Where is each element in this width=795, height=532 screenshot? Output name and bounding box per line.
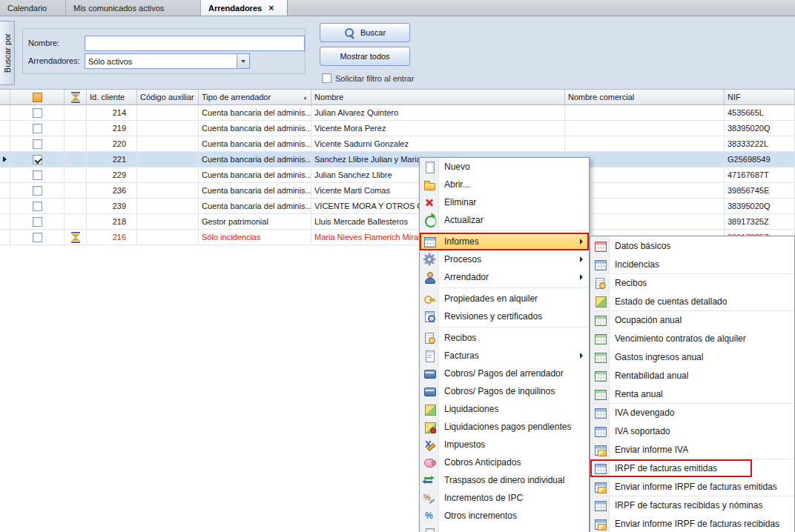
menu-item-abrir[interactable]: Abrir... (420, 176, 589, 193)
tab-arrendadores[interactable]: Arrendadores × (201, 0, 288, 16)
row-checkbox-cell[interactable] (10, 152, 65, 167)
table-row[interactable]: 236 Cuenta bancaria del adminis... Vicen… (0, 183, 795, 199)
checkbox-icon[interactable] (33, 170, 42, 180)
submenu-item-vencimiento-contratos[interactable]: Vencimiento contratos de alquiler (590, 329, 794, 348)
checkbox-icon[interactable] (33, 186, 42, 196)
header-tipo-arrendador[interactable]: Tipo de arrendador ▲ (199, 90, 311, 105)
refresh-icon (423, 214, 435, 226)
menu-item-liquidaciones-pendientes[interactable]: Liquidaciones pagos pendientes (420, 418, 589, 436)
row-checkbox-cell[interactable] (10, 183, 65, 199)
checkbox-icon[interactable] (33, 233, 42, 242)
checkbox-icon[interactable] (33, 202, 42, 211)
row-checkbox-cell[interactable] (10, 214, 65, 230)
table-row-selected[interactable]: 221 Cuenta bancaria del adminis... Sanch… (0, 152, 795, 167)
checkbox-checked-icon[interactable] (33, 155, 42, 164)
arrendadores-select[interactable]: Sólo activos (85, 53, 250, 69)
checkbox-icon[interactable] (33, 108, 42, 118)
header-nombre[interactable]: Nombre (311, 90, 565, 105)
menu-item-cobros-pagos-arrendador[interactable]: Cobros/ Pagos del arrendador (420, 365, 589, 382)
menu-item-label: Cobros/ Pagos del arrendador (444, 368, 564, 379)
submenu-item-enviar-irpf-emitidas[interactable]: Enviar informe IRPF de facturas emitidas (590, 477, 794, 496)
menu-item-propiedades-en-alquiler[interactable]: Propiedades en alquiler (420, 290, 589, 307)
menu-item-revisiones-y-certificados[interactable]: Revisiones y certificados (420, 307, 589, 325)
submenu-item-estado-cuentas[interactable]: Estado de cuentas detallado (590, 292, 794, 310)
application-window: Calendario Mis comunicados activos Arren… (0, 0, 795, 532)
table-row[interactable]: 229 Cuenta bancaria del adminis... Julia… (0, 167, 795, 183)
cell-aux (137, 230, 199, 245)
header-codigo-auxiliar[interactable]: Código auxiliar (137, 90, 199, 105)
row-checkbox-cell[interactable] (10, 121, 65, 136)
header-id-cliente[interactable]: Id. cliente (87, 90, 137, 105)
submenu-item-rentabilidad-anual[interactable]: Rentabilidad anual (590, 366, 794, 385)
filter-panel-vertical-tab[interactable]: Buscar por (0, 21, 15, 85)
table-row[interactable]: 220 Cuenta bancaria del adminis... Vicen… (0, 136, 795, 152)
solicitar-filtro-checkbox[interactable]: Solicitar filtro al entrar (322, 73, 414, 83)
select-all-checkbox-icon[interactable] (33, 93, 42, 102)
checkbox-icon[interactable] (33, 217, 42, 227)
money-transfer-icon (423, 474, 435, 486)
table-row[interactable]: 239 Cuenta bancaria del adminis... VICEN… (0, 199, 795, 214)
submenu-item-ocupacion-anual[interactable]: Ocupación anual (590, 310, 794, 329)
submenu-item-datos-basicos[interactable]: Datos básicos (590, 236, 794, 255)
menu-item-facturas[interactable]: Facturas (420, 347, 589, 365)
close-icon[interactable]: × (268, 4, 274, 13)
row-checkbox-cell[interactable] (10, 230, 65, 245)
menu-item-procesos[interactable]: Procesos (420, 250, 589, 268)
submenu-item-enviar-irpf-recibidas[interactable]: Enviar informe IRPF de facturas recibida… (590, 514, 794, 532)
checkbox-icon[interactable] (322, 73, 331, 83)
menu-item-cobros-pagos-inquilinos[interactable]: Cobros/ Pagos de inquilinos (420, 382, 589, 400)
menu-item-traspasos-dinero[interactable]: Traspasos de dinero individual (420, 471, 589, 489)
menu-item-arrendador[interactable]: Arrendador (420, 268, 589, 286)
buscar-button[interactable]: Buscar (320, 23, 410, 42)
submenu-item-iva-devengado[interactable]: IVA devengado (590, 403, 794, 422)
table-row[interactable]: 214 Cuenta bancaria del adminis... Julia… (0, 105, 795, 121)
submenu-item-irpf-facturas-emitidas[interactable]: IRPF de facturas emitidas (590, 459, 794, 477)
header-select-all[interactable] (10, 90, 65, 105)
header-nif[interactable]: NIF (725, 90, 795, 105)
checkbox-icon[interactable] (33, 124, 42, 133)
submenu-item-incidencias[interactable]: Incidencias (590, 255, 794, 273)
chevron-down-icon[interactable] (237, 54, 249, 68)
tab-calendario[interactable]: Calendario (0, 0, 66, 16)
row-indicator (0, 183, 10, 199)
row-indicator (0, 105, 10, 121)
tab-mis-comunicados-activos[interactable]: Mis comunicados activos (66, 0, 201, 16)
submenu-item-enviar-informe-iva[interactable]: Enviar informe IVA (590, 440, 794, 459)
table-row[interactable]: 219 Cuenta bancaria del adminis... Vicen… (0, 121, 795, 136)
row-icon-cell (65, 199, 87, 214)
name-input[interactable] (85, 36, 305, 51)
cell-comercial (565, 121, 725, 136)
row-checkbox-cell[interactable] (10, 167, 65, 183)
submenu-item-gastos-ingresos[interactable]: Gastos ingresos anual (590, 348, 794, 366)
submenu-item-renta-anual[interactable]: Renta anual (590, 385, 794, 403)
submenu-item-recibos[interactable]: Recibos (590, 273, 794, 292)
checkbox-icon[interactable] (33, 139, 42, 149)
menu-item-actualizar[interactable]: Actualizar (420, 211, 589, 229)
submenu-item-irpf-recibidas-nominas[interactable]: IRPF de facturas recibidas y nóminas (590, 496, 794, 514)
row-indicator (0, 214, 10, 230)
search-icon (344, 27, 355, 39)
menu-item-informes[interactable]: Informes (420, 233, 589, 250)
report-table-icon (594, 407, 606, 419)
row-checkbox-cell[interactable] (10, 136, 65, 152)
table-row[interactable]: 218 Gestor patrimonial Lluis Mercade Bal… (0, 214, 795, 230)
menu-item-incrementos-ipc[interactable]: Incrementos de IPC (420, 489, 589, 507)
cell-aux (137, 121, 199, 136)
submenu-item-iva-soportado[interactable]: IVA soportado (590, 422, 794, 440)
menu-item-recibos[interactable]: Recibos (420, 329, 589, 347)
mostrar-todos-button[interactable]: Mostrar todos (320, 47, 410, 66)
menu-item-partial[interactable] (420, 525, 589, 532)
menu-item-label: Renta anual (615, 389, 663, 399)
menu-item-nuevo[interactable]: Nuevo (420, 158, 589, 176)
row-checkbox-cell[interactable] (10, 105, 65, 121)
menu-item-impuestos[interactable]: Impuestos (420, 436, 589, 453)
delete-icon (423, 196, 435, 208)
menu-item-otros-incrementos[interactable]: Otros incrementos (420, 507, 589, 525)
header-nombre-comercial[interactable]: Nombre comercial (565, 90, 725, 105)
menu-item-cobros-anticipados[interactable]: Cobros Anticipados (420, 453, 589, 471)
menu-item-liquidaciones[interactable]: Liquidaciones (420, 400, 589, 418)
menu-item-eliminar[interactable]: Eliminar (420, 193, 589, 211)
row-checkbox-cell[interactable] (10, 199, 65, 214)
header-incidents[interactable] (65, 90, 87, 105)
selected-option: Sólo activos (88, 57, 132, 66)
